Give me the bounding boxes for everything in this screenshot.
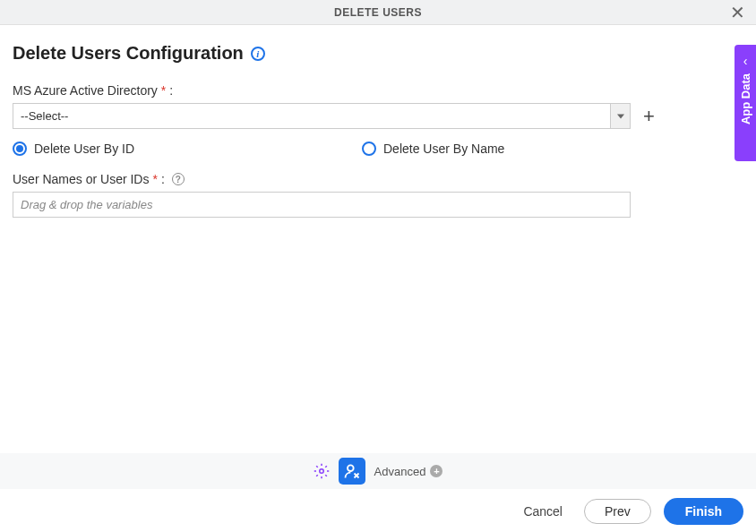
add-directory-button[interactable]: + — [640, 107, 658, 126]
chevron-down-icon[interactable] — [610, 104, 630, 128]
cancel-button[interactable]: Cancel — [514, 499, 571, 524]
radio-label: Delete User By ID — [34, 142, 134, 156]
plus-icon: + — [430, 465, 442, 477]
app-data-label: App Data — [739, 73, 752, 124]
advanced-toggle[interactable]: Advanced + — [374, 465, 443, 478]
page-title: Delete Users Configuration — [13, 43, 244, 64]
close-icon[interactable]: ✕ — [730, 4, 745, 21]
svg-point-0 — [319, 469, 323, 474]
directory-select-input[interactable] — [13, 104, 610, 128]
finish-button[interactable]: Finish — [664, 498, 743, 525]
dialog-content: Delete Users Configuration i MS Azure Ac… — [0, 25, 756, 218]
radio-label: Delete User By Name — [383, 142, 504, 156]
prev-button[interactable]: Prev — [584, 499, 651, 524]
page-title-row: Delete Users Configuration i — [13, 43, 743, 64]
user-ids-label: User Names or User IDs *: ? — [13, 172, 743, 186]
directory-row: + — [13, 103, 743, 129]
delete-mode-radios: Delete User By ID Delete User By Name — [13, 142, 743, 156]
radio-icon — [362, 142, 376, 156]
user-delete-icon[interactable] — [339, 458, 365, 485]
bottom-toolbar: Advanced + — [0, 453, 756, 489]
directory-select[interactable] — [13, 103, 631, 129]
required-indicator: * — [161, 83, 166, 98]
radio-delete-by-name[interactable]: Delete User By Name — [362, 142, 504, 156]
info-icon[interactable]: i — [251, 47, 265, 61]
dialog-title: DELETE USERS — [334, 6, 422, 19]
chevron-left-icon: ‹ — [743, 54, 748, 68]
user-ids-input[interactable] — [13, 192, 631, 218]
footer-buttons: Cancel Prev Finish — [514, 498, 743, 525]
dialog-header: DELETE USERS ✕ — [0, 0, 756, 25]
directory-label: MS Azure Active Directory *: — [13, 83, 743, 98]
radio-delete-by-id[interactable]: Delete User By ID — [13, 142, 362, 156]
help-icon[interactable]: ? — [172, 173, 185, 185]
radio-icon — [13, 142, 27, 156]
gear-icon[interactable] — [314, 463, 330, 479]
required-indicator: * — [152, 172, 157, 186]
svg-point-1 — [348, 465, 354, 471]
app-data-tab[interactable]: ‹ App Data — [735, 45, 756, 161]
